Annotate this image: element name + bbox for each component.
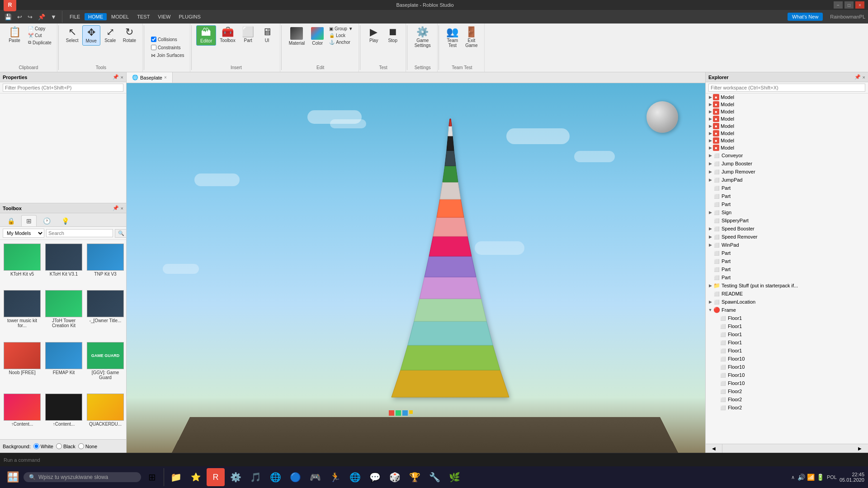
tree-item-3[interactable]: ▶■Model — [706, 115, 868, 122]
toolbox-tab-lock[interactable]: 🔒 — [3, 215, 19, 226]
tree-item-20[interactable]: ⬜Part — [706, 249, 868, 257]
toolbox-item-5[interactable]: -_[Owner Title... — [86, 289, 125, 338]
toolbox-item-10[interactable]: ↑Content... — [44, 393, 83, 436]
tree-item-25[interactable]: ⬜README — [706, 290, 868, 298]
taskbar-app-extra[interactable]: 🏆 — [406, 468, 424, 486]
duplicate-button[interactable]: ⧉Duplicate — [26, 39, 53, 46]
tree-item-26[interactable]: ▶⬜SpawnLocation — [706, 298, 868, 306]
tree-item-24[interactable]: ▶📁Testing Stuff (put in starterpack if..… — [706, 282, 868, 290]
tree-item-33[interactable]: ⬜Floor10 — [706, 355, 868, 363]
tree-item-23[interactable]: ⬜Part — [706, 273, 868, 282]
taskbar-search[interactable]: 🔍 Wpisz tu wyszukiwane słowa — [24, 472, 141, 482]
properties-close-btn[interactable]: × — [121, 74, 123, 80]
maximize-button[interactable]: □ — [844, 1, 854, 9]
undo-quick-btn[interactable]: ↩ — [15, 13, 24, 21]
explorer-filter-input[interactable] — [708, 84, 865, 92]
tree-item-6[interactable]: ▶■Model — [706, 137, 868, 144]
tree-item-8[interactable]: ▶⬜Conveyor — [706, 151, 868, 160]
ui-button[interactable]: 🖥 UI — [258, 25, 276, 45]
move-button[interactable]: ✥ Move — [82, 25, 100, 46]
toolbox-category-select[interactable]: My Models Free Models — [3, 229, 44, 238]
copy-button[interactable]: 📄Copy — [26, 25, 53, 32]
properties-pin-btn[interactable]: 📌 — [113, 74, 119, 80]
tree-item-2[interactable]: ▶■Model — [706, 108, 868, 115]
toolbox-item-1[interactable]: KToH Kit V3.1 — [44, 243, 83, 286]
taskbar-app-epic[interactable]: 🏃 — [326, 468, 344, 486]
taskbar-app-discord[interactable]: 💬 — [366, 468, 384, 486]
tree-item-16[interactable]: ⬜SlipperyPart — [706, 216, 868, 225]
toolbox-button[interactable]: 🧰 Toolbox — [217, 25, 238, 45]
constraints-checkbox[interactable] — [151, 45, 156, 50]
toolbox-search-input[interactable] — [46, 229, 113, 237]
expand-quick-btn[interactable]: ▼ — [49, 13, 58, 21]
taskbar-app-roblox[interactable]: R — [207, 468, 225, 486]
taskbar-app-extra3[interactable]: 🌿 — [445, 468, 463, 486]
taskbar-app-explorer[interactable]: 📁 — [167, 468, 185, 486]
cut-button[interactable]: ✂️Cut — [26, 32, 53, 39]
bg-white-option[interactable]: White — [33, 443, 53, 449]
editor-button[interactable]: 🏔 Editor — [196, 25, 216, 46]
toolbox-search-button[interactable]: 🔍 — [115, 229, 126, 238]
toolbox-item-9[interactable]: ↑Content... — [3, 393, 42, 436]
tree-item-17[interactable]: ▶⬜Speed Booster — [706, 225, 868, 233]
tree-item-7[interactable]: ▶■Model — [706, 144, 868, 151]
tree-item-37[interactable]: ⬜Floor2 — [706, 387, 868, 395]
toolbox-item-0[interactable]: KToH Kit v5 — [3, 243, 42, 286]
tree-item-10[interactable]: ▶⬜Jump Remover — [706, 168, 868, 176]
game-settings-button[interactable]: ⚙️ Game Settings — [412, 25, 434, 50]
scene-3d[interactable] — [127, 83, 705, 453]
tree-item-22[interactable]: ⬜Part — [706, 265, 868, 273]
tree-item-9[interactable]: ▶⬜Jump Booster — [706, 160, 868, 168]
whats-new-button[interactable]: What's New — [788, 13, 823, 21]
color-button[interactable]: Color — [308, 25, 326, 47]
start-button[interactable]: 🪟 — [4, 468, 22, 486]
taskbar-app-blue[interactable]: 🔵 — [286, 468, 304, 486]
redo-quick-btn[interactable]: ↪ — [26, 13, 34, 21]
toolbox-item-8[interactable]: GAME GUARD[GGV]: Game Guard — [86, 341, 125, 390]
viewport-tab-close[interactable]: × — [164, 75, 167, 80]
tree-item-15[interactable]: ▶⬜Sign — [706, 208, 868, 216]
menu-file[interactable]: FILE — [66, 13, 84, 20]
toolbox-item-4[interactable]: JToH Tower Creation Kit — [44, 289, 83, 338]
taskbar-app-music[interactable]: 🎵 — [246, 468, 264, 486]
team-test-button[interactable]: 👥 Team Test — [443, 25, 462, 50]
tree-item-14[interactable]: ⬜Part — [706, 200, 868, 208]
material-button[interactable]: Material — [286, 25, 308, 47]
rotate-button[interactable]: ↻ Rotate — [120, 25, 139, 45]
tree-item-28[interactable]: ⬜Floor1 — [706, 314, 868, 322]
taskbar-app-chrome[interactable]: 🌐 — [346, 468, 364, 486]
part-button[interactable]: ⬜ Part — [239, 25, 257, 45]
pin-quick-btn[interactable]: 📌 — [36, 13, 47, 21]
paste-button[interactable]: 📋 Paste — [4, 25, 25, 45]
tree-item-11[interactable]: ▶⬜JumpPad — [706, 176, 868, 184]
explorer-pin-btn[interactable]: 📌 — [854, 74, 861, 80]
tree-item-1[interactable]: ▶■Model — [706, 101, 868, 108]
toolbox-close-btn[interactable]: × — [121, 205, 123, 211]
explorer-scroll-right[interactable]: ▶ — [852, 444, 868, 453]
taskbar-app-circle[interactable]: ⚙️ — [226, 468, 245, 486]
command-input[interactable] — [4, 457, 864, 463]
tree-item-0[interactable]: ▶■Model — [706, 94, 868, 101]
collisions-checkbox[interactable] — [151, 37, 156, 42]
play-button[interactable]: ▶ Play — [365, 25, 383, 45]
tree-item-39[interactable]: ⬜Floor2 — [706, 404, 868, 412]
taskbar-task-view[interactable]: ⊞ — [143, 468, 161, 486]
taskbar-app-star[interactable]: ⭐ — [187, 468, 205, 486]
toolbox-item-3[interactable]: tower music kit for... — [3, 289, 42, 338]
toolbox-tab-bulb[interactable]: 💡 — [57, 215, 74, 226]
taskbar-app-steam[interactable]: 🎮 — [306, 468, 324, 486]
join-surfaces-button[interactable]: ⋈ Join Surfaces — [149, 52, 186, 59]
constraints-button[interactable]: Constraints — [149, 44, 183, 51]
tree-item-4[interactable]: ▶■Model — [706, 122, 868, 130]
tree-item-35[interactable]: ⬜Floor10 — [706, 371, 868, 379]
tree-item-29[interactable]: ⬜Floor1 — [706, 322, 868, 330]
toolbox-tab-grid[interactable]: ⊞ — [21, 215, 37, 226]
tree-item-21[interactable]: ⬜Part — [706, 257, 868, 265]
menu-plugins[interactable]: PLUGINS — [175, 13, 204, 20]
scale-button[interactable]: ⤢ Scale — [101, 25, 119, 45]
tree-item-32[interactable]: ⬜Floor1 — [706, 347, 868, 355]
properties-filter-input[interactable] — [3, 84, 123, 92]
toolbox-item-11[interactable]: QUACKERDU... — [86, 393, 125, 436]
tree-item-36[interactable]: ⬜Floor10 — [706, 379, 868, 387]
explorer-scroll-left[interactable]: ◀ — [706, 444, 722, 453]
